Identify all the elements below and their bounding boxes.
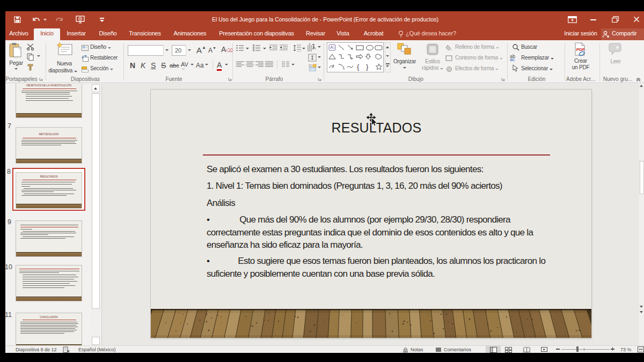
svg-text:}: }	[366, 63, 369, 71]
svg-text:A: A	[312, 45, 316, 50]
svg-text:PDF: PDF	[576, 47, 585, 52]
svg-text:{: {	[357, 63, 360, 71]
